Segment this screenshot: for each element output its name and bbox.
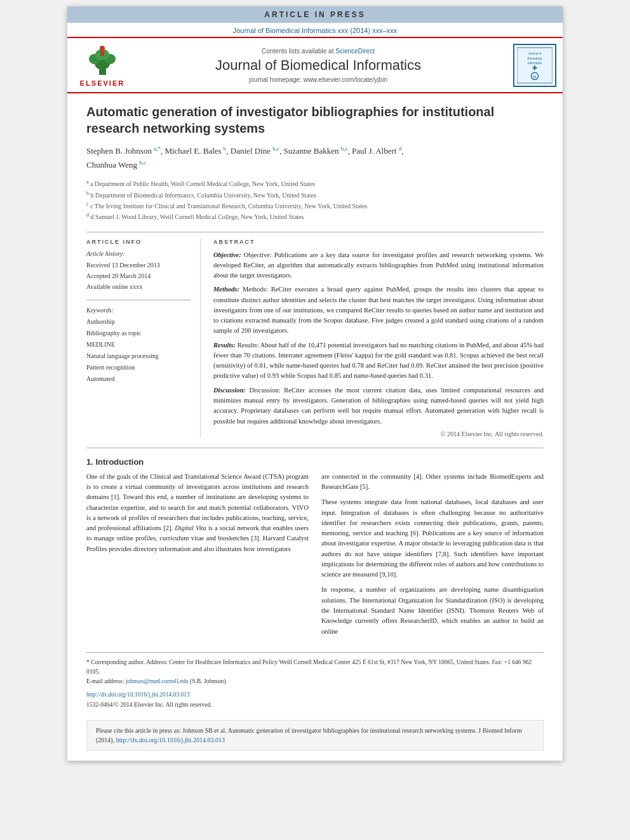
article-body: Automatic generation of investigator bib… [67, 93, 563, 761]
article-dates: Received 13 December 2013 Accepted 20 Ma… [86, 260, 191, 292]
keyword-1: Authorship [86, 316, 191, 328]
svg-rect-6 [100, 51, 104, 56]
article-history-label: Article history: [86, 250, 191, 257]
main-content: 1. Introduction One of the goals of the … [86, 448, 544, 642]
journal-homepage: journal homepage: www.elsevier.com/locat… [131, 76, 506, 83]
available-date: Available online xxxx [86, 281, 191, 292]
abstract-discussion: Discussion: Discussion: ReCiter accesses… [213, 385, 544, 427]
affiliation-a: a a Department of Public Health, Weill C… [86, 178, 544, 189]
intro-col1-p1: One of the goals of the Clinical and Tra… [86, 472, 309, 554]
divider-info [86, 300, 191, 300]
journal-ref: Journal of Biomedical Informatics xxx (2… [67, 23, 563, 34]
abstract-section: ABSTRACT Objective: Objective: Publicati… [213, 239, 544, 437]
footnote-email: E-mail address: johnsos@med.cornell.edu … [86, 677, 544, 686]
biomed-logo-box: Journal of Biomedical Informatics BI [513, 44, 556, 87]
affiliation-c: c c The Irving Institute for Clinical an… [86, 201, 544, 211]
footnote-doi: http://dx.doi.org/10.1016/j.jbi.2014.03.… [86, 690, 544, 700]
svg-text:Journal of: Journal of [528, 52, 542, 55]
elsevier-logo: ELSEVIER [74, 43, 131, 87]
footnotes: * Corresponding author. Address: Center … [86, 652, 544, 710]
abstract-methods: Methods: Methods: ReCiter executes a bro… [213, 284, 544, 336]
intro-col2: are connected in the community [4]. Othe… [321, 472, 544, 642]
svg-rect-12 [534, 65, 535, 70]
email-link[interactable]: johnsos@med.cornell.edu [126, 678, 189, 684]
intro-col2-p3: In response, a number of organizations a… [321, 585, 544, 636]
svg-point-5 [100, 46, 105, 51]
keywords-label: Keywords: [86, 307, 191, 314]
received-date: Received 13 December 2013 [86, 260, 191, 270]
authors-line: Stephen B. Johnson a,*, Michael E. Bales… [86, 144, 544, 172]
abstract-objective: Objective: Objective: Publications are a… [213, 250, 544, 281]
citation-link[interactable]: http://dx.doi.org/10.1016/j.jbi.2014.03.… [116, 737, 225, 743]
keyword-2: Bibliography as topic [86, 328, 191, 339]
doi-link[interactable]: http://dx.doi.org/10.1016/j.jbi.2014.03.… [86, 691, 190, 698]
journal-title-block: Contents lists available at ScienceDirec… [131, 48, 506, 83]
sciencedirect-link[interactable]: ScienceDirect [335, 48, 375, 55]
abstract-label: ABSTRACT [213, 239, 544, 245]
info-abstract-block: ARTICLE INFO Article history: Received 1… [86, 239, 544, 437]
keyword-6: Automated [86, 373, 191, 385]
citation-bar: Please cite this article in press as: Jo… [86, 720, 544, 750]
journal-header: ELSEVIER Contents lists available at Sci… [67, 37, 563, 93]
svg-text:BI: BI [533, 74, 537, 78]
intro-two-col: One of the goals of the Clinical and Tra… [86, 472, 544, 642]
divider-1 [86, 232, 544, 232]
keyword-4: Natural language processing [86, 350, 191, 362]
biomed-logo-icon: Journal of Biomedical Informatics BI [517, 46, 553, 84]
aip-banner: ARTICLE IN PRESS [67, 6, 563, 23]
biomed-logo: Journal of Biomedical Informatics BI [506, 44, 556, 87]
intro-col2-p2: These systems integrate data from nation… [321, 497, 544, 580]
footnote-issn: 1532-0464/© 2014 Elsevier Inc. All right… [86, 700, 544, 710]
keywords-list: Authorship Bibliography as topic MEDLINE… [86, 316, 191, 385]
affiliation-b: b b Department of Biomedical Informatics… [86, 190, 544, 201]
keyword-5: Pattern recognition [86, 362, 191, 373]
affiliation-d: d d Samuel J. Wood Library, Weill Cornel… [86, 211, 544, 222]
svg-text:Informatics: Informatics [528, 62, 542, 65]
article-title: Automatic generation of investigator bib… [86, 103, 544, 137]
footnote-corresponding: * Corresponding author. Address: Center … [86, 658, 544, 677]
journal-main-title: Journal of Biomedical Informatics [131, 57, 506, 74]
svg-text:Biomedical: Biomedical [528, 57, 542, 60]
affiliations: a a Department of Public Health, Weill C… [86, 178, 544, 222]
article-info: ARTICLE INFO Article history: Received 1… [86, 239, 201, 437]
page: ARTICLE IN PRESS Journal of Biomedical I… [67, 6, 563, 761]
abstract-text: Objective: Objective: Publications are a… [213, 250, 544, 427]
article-info-label: ARTICLE INFO [86, 239, 191, 245]
abstract-results: Results: Results: About half of the 10,4… [213, 340, 544, 382]
intro-heading: 1. Introduction [86, 457, 544, 467]
copyright-line: © 2014 Elsevier Inc. All rights reserved… [213, 430, 544, 437]
elsevier-tree-icon [85, 43, 120, 78]
contents-label: Contents lists available at [262, 48, 333, 55]
aip-banner-text: ARTICLE IN PRESS [264, 10, 365, 19]
intro-col1: One of the goals of the Clinical and Tra… [86, 472, 309, 642]
contents-line: Contents lists available at ScienceDirec… [131, 48, 506, 55]
intro-col2-p1: are connected in the community [4]. Othe… [321, 472, 544, 493]
keyword-3: MEDLINE [86, 339, 191, 350]
elsevier-label: ELSEVIER [80, 79, 124, 87]
accepted-date: Accepted 20 March 2014 [86, 270, 191, 281]
journal-ref-text: Journal of Biomedical Informatics xxx (2… [233, 27, 398, 34]
